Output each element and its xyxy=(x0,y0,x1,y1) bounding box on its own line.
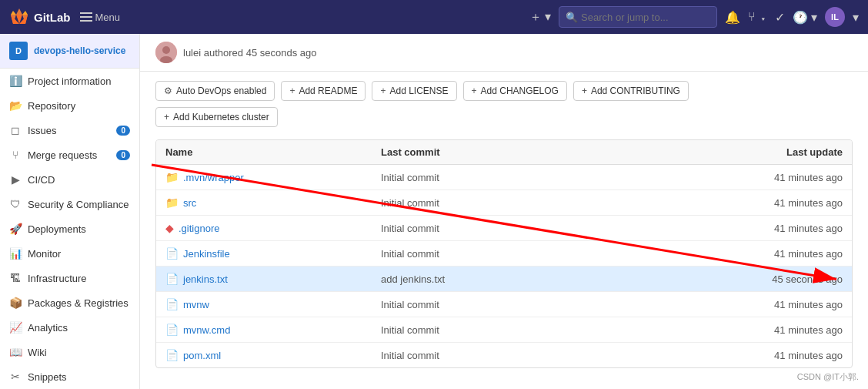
file-commit: Initial commit xyxy=(381,223,704,234)
file-type-icon: 📄 xyxy=(165,273,179,285)
col-name: Name xyxy=(165,146,381,158)
file-commit: add jenkins.txt xyxy=(381,273,704,285)
file-name[interactable]: Jenkinsfile xyxy=(183,248,230,260)
hamburger-icon xyxy=(80,12,92,22)
add-license-button[interactable]: + Add LICENSE xyxy=(372,81,456,101)
plus-contributing-icon: + xyxy=(582,86,587,96)
file-name[interactable]: src xyxy=(183,197,196,209)
action-buttons-bar: ⚙ Auto DevOps enabled + Add README + Add… xyxy=(140,72,868,107)
project-avatar: D xyxy=(9,42,28,60)
file-name-cell[interactable]: 📄 mvnw xyxy=(165,298,381,310)
issues-icon[interactable]: ✓ xyxy=(775,10,785,25)
sidebar-item-cicd[interactable]: ▶ CI/CD xyxy=(0,167,139,192)
file-name-cell[interactable]: ◆ .gitignore xyxy=(165,222,381,234)
plus-changelog-icon: + xyxy=(472,86,477,96)
sidebar-label-analytics: Analytics xyxy=(28,322,130,334)
file-name-cell[interactable]: 📄 jenkins.txt xyxy=(165,273,381,285)
file-commit: Initial commit xyxy=(381,324,704,336)
file-type-icon: 📁 xyxy=(165,171,179,183)
gear-icon: ⚙ xyxy=(164,86,172,96)
file-name-cell[interactable]: 📄 mvnw.cmd xyxy=(165,324,381,336)
add-kubernetes-button[interactable]: + Add Kubernetes cluster xyxy=(155,107,278,127)
sidebar-item-project-info[interactable]: ℹ️ Project information xyxy=(0,69,139,93)
merge-requests-icon[interactable]: ⑂ ▾ xyxy=(748,10,766,24)
file-commit: Initial commit xyxy=(381,172,704,183)
sidebar-item-deployments[interactable]: 🚀 Deployments xyxy=(0,216,139,241)
sidebar-item-repository[interactable]: 📂 Repository xyxy=(0,93,139,118)
menu-button[interactable]: Menu xyxy=(80,12,121,23)
avatar-chevron[interactable]: ▾ xyxy=(853,10,859,25)
repository-icon: 📂 xyxy=(9,99,22,112)
table-row[interactable]: 📄 jenkins.txt add jenkins.txt 45 seconds… xyxy=(156,267,852,292)
watermark: CSDN @IT小郭. xyxy=(797,371,859,383)
wiki-icon: 📖 xyxy=(9,346,22,358)
file-name-cell[interactable]: 📁 src xyxy=(165,196,381,209)
packages-icon: 📦 xyxy=(9,297,22,309)
author-avatar-img xyxy=(155,42,177,63)
user-avatar[interactable]: IL xyxy=(825,7,845,27)
auto-devops-button[interactable]: ⚙ Auto DevOps enabled xyxy=(155,81,275,101)
table-row[interactable]: 📁 src Initial commit 41 minutes ago xyxy=(156,190,852,216)
file-type-icon: 📄 xyxy=(165,324,179,336)
file-name[interactable]: .gitignore xyxy=(179,223,219,234)
sidebar-item-packages[interactable]: 📦 Packages & Registries xyxy=(0,290,139,315)
file-name[interactable]: .mvn/wrapper xyxy=(183,172,244,183)
profile-notifications-icon[interactable]: 🔔 xyxy=(725,10,740,25)
table-row[interactable]: 📄 Jenkinsfile Initial commit 41 minutes … xyxy=(156,241,852,267)
file-time: 41 minutes ago xyxy=(704,172,843,183)
analytics-icon: 📈 xyxy=(9,321,22,334)
plus-button[interactable]: ＋ ▾ xyxy=(529,9,551,25)
table-row[interactable]: 📄 mvnw.cmd Initial commit 41 minutes ago xyxy=(156,317,852,343)
file-name-cell[interactable]: 📄 pom.xml xyxy=(165,349,381,361)
sidebar-label-monitor: Monitor xyxy=(28,248,130,260)
sidebar-item-wiki[interactable]: 📖 Wiki xyxy=(0,340,139,364)
cicd-icon: ▶ xyxy=(9,173,22,186)
file-commit: Initial commit xyxy=(381,299,704,310)
sidebar-label-project-info: Project information xyxy=(28,75,130,87)
gitlab-fox-icon xyxy=(9,7,29,27)
file-name[interactable]: mvnw xyxy=(183,299,209,310)
issues-nav-icon: ◻ xyxy=(9,124,22,136)
file-name[interactable]: mvnw.cmd xyxy=(183,324,230,336)
table-row[interactable]: 📄 pom.xml Initial commit 41 minutes ago xyxy=(156,343,852,367)
infrastructure-icon: 🏗 xyxy=(9,272,22,284)
sidebar-item-snippets[interactable]: ✂ Snippets xyxy=(0,364,139,389)
search-bar[interactable]: 🔍 xyxy=(559,6,717,28)
add-contributing-button[interactable]: + Add CONTRIBUTING xyxy=(573,81,689,101)
snippets-icon: ✂ xyxy=(9,371,22,383)
merge-requests-badge: 0 xyxy=(116,150,130,160)
search-icon: 🔍 xyxy=(566,12,578,23)
sidebar-label-infrastructure: Infrastructure xyxy=(28,273,130,284)
file-time: 41 minutes ago xyxy=(704,324,843,336)
sidebar-project[interactable]: D devops-hello-service xyxy=(0,34,139,69)
svg-marker-6 xyxy=(11,11,16,15)
file-name-cell[interactable]: 📄 Jenkinsfile xyxy=(165,247,381,260)
file-name[interactable]: pom.xml xyxy=(183,350,221,361)
sidebar-label-repository: Repository xyxy=(28,100,130,112)
sidebar-item-merge-requests[interactable]: ⑂ Merge requests 0 xyxy=(0,143,139,167)
col-last-commit: Last commit xyxy=(381,146,704,158)
file-name[interactable]: jenkins.txt xyxy=(183,273,228,285)
table-row[interactable]: ◆ .gitignore Initial commit 41 minutes a… xyxy=(156,216,852,241)
sidebar-label-merge-requests: Merge requests xyxy=(28,149,110,161)
menu-label: Menu xyxy=(95,12,121,23)
sidebar-item-security[interactable]: 🛡 Security & Compliance xyxy=(0,192,139,216)
sidebar-item-infrastructure[interactable]: 🏗 Infrastructure xyxy=(0,266,139,290)
svg-marker-7 xyxy=(22,11,28,15)
table-row[interactable]: 📄 mvnw Initial commit 41 minutes ago xyxy=(156,292,852,317)
project-name: devops-hello-service xyxy=(34,45,125,56)
top-navigation: GitLab Menu ＋ ▾ 🔍 🔔 ⑂ ▾ ✓ 🕐 ▾ IL ▾ xyxy=(0,0,868,34)
author-text: lulei authored 45 seconds ago xyxy=(183,47,316,59)
sidebar-item-monitor[interactable]: 📊 Monitor xyxy=(0,241,139,266)
file-table: Name Last commit Last update 📁 .mvn/wrap… xyxy=(155,139,853,368)
gitlab-logo[interactable]: GitLab xyxy=(9,7,71,27)
search-input[interactable] xyxy=(581,12,710,23)
sidebar-item-analytics[interactable]: 📈 Analytics xyxy=(0,315,139,340)
file-name-cell[interactable]: 📁 .mvn/wrapper xyxy=(165,171,381,183)
table-row[interactable]: 📁 .mvn/wrapper Initial commit 41 minutes… xyxy=(156,165,852,190)
add-readme-button[interactable]: + Add README xyxy=(281,81,366,101)
sidebar-item-issues[interactable]: ◻ Issues 0 xyxy=(0,118,139,143)
add-changelog-button[interactable]: + Add CHANGELOG xyxy=(463,81,567,101)
clock-icon[interactable]: 🕐 ▾ xyxy=(793,10,817,25)
merge-requests-nav-icon: ⑂ xyxy=(9,149,22,161)
